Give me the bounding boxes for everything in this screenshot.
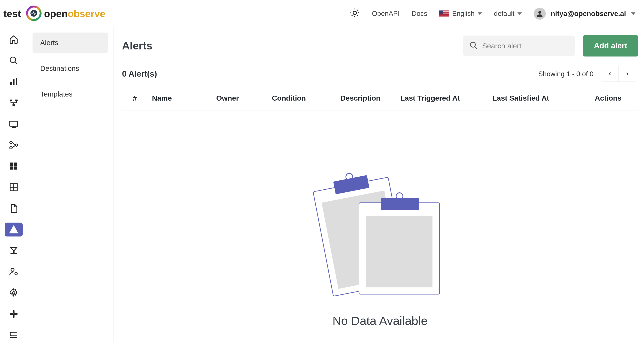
svg-rect-9 — [10, 100, 12, 101]
svg-rect-6 — [10, 82, 12, 86]
svg-rect-29 — [14, 313, 17, 314]
svg-rect-19 — [14, 166, 17, 170]
header-left: test — [4, 6, 105, 22]
svg-point-4 — [10, 57, 16, 63]
nav-dashboards[interactable] — [5, 159, 23, 173]
sidebar-item-destinations[interactable]: Destinations — [32, 58, 108, 79]
chevron-down-icon — [478, 12, 482, 15]
svg-point-2 — [353, 11, 356, 14]
svg-rect-12 — [10, 121, 18, 126]
sidebar-item-alerts[interactable]: Alerts — [32, 32, 108, 53]
nav-functions[interactable] — [5, 244, 23, 258]
svg-rect-26 — [13, 310, 14, 314]
logo-text: openobserve — [44, 8, 105, 20]
nav-alerts[interactable] — [5, 222, 23, 236]
col-actions: Actions — [578, 86, 638, 110]
alert-count: 0 Alert(s) — [122, 69, 157, 78]
logo[interactable]: openobserve — [26, 6, 105, 22]
page-title: Alerts — [122, 40, 152, 52]
add-alert-button[interactable]: Add alert — [583, 35, 638, 56]
empty-message: No Data Available — [332, 314, 428, 328]
col-last-triggered: Last Triggered At — [396, 94, 488, 102]
workspace-selector[interactable]: default — [494, 10, 522, 18]
svg-point-34 — [10, 335, 11, 336]
svg-point-3 — [538, 11, 541, 14]
showing-label: Showing 1 - 0 of 0 — [538, 70, 594, 78]
svg-rect-17 — [14, 163, 17, 166]
search-input[interactable] — [482, 42, 569, 50]
subheader: 0 Alert(s) Showing 1 - 0 of 0 — [122, 66, 638, 82]
nav-slack[interactable] — [5, 307, 23, 321]
org-name: test — [4, 8, 21, 20]
nav-streams[interactable] — [5, 180, 23, 194]
table-header: # Name Owner Condition Description Last … — [122, 86, 638, 110]
svg-point-22 — [13, 232, 14, 232]
svg-point-35 — [10, 337, 11, 338]
main-content: Alerts Add alert 0 Alert(s) Showing 1 - … — [114, 28, 644, 342]
chevron-down-icon — [631, 12, 636, 15]
svg-rect-27 — [13, 314, 14, 318]
clipboard-icon — [318, 177, 442, 297]
svg-rect-10 — [15, 100, 18, 101]
svg-rect-8 — [16, 78, 17, 85]
empty-state: No Data Available — [122, 110, 638, 342]
avatar — [534, 8, 546, 20]
svg-point-36 — [470, 42, 475, 47]
svg-point-33 — [10, 332, 11, 333]
svg-point-23 — [11, 268, 14, 271]
svg-rect-11 — [12, 104, 15, 106]
search-icon — [469, 41, 478, 50]
openapi-label: OpenAPI — [372, 10, 400, 18]
nav-search[interactable] — [5, 54, 23, 68]
col-num: # — [122, 94, 148, 102]
theme-toggle[interactable] — [350, 8, 360, 20]
nav-metrics[interactable] — [5, 75, 23, 88]
user-menu[interactable]: nitya@openobserve.ai — [534, 8, 636, 20]
toolbar: Alerts Add alert — [122, 35, 638, 56]
svg-rect-28 — [10, 313, 13, 314]
nav-home[interactable] — [5, 32, 23, 46]
nav-pipelines[interactable] — [5, 138, 23, 152]
search-box[interactable] — [463, 36, 575, 56]
sub-sidebar: Alerts Destinations Templates — [28, 28, 114, 342]
nav-rail — [0, 28, 28, 342]
language-selector[interactable]: English — [439, 10, 482, 18]
col-description: Description — [336, 94, 396, 102]
svg-line-5 — [15, 62, 17, 64]
svg-point-24 — [15, 272, 17, 275]
svg-rect-16 — [10, 163, 13, 166]
nav-about[interactable] — [5, 328, 23, 342]
nav-iam[interactable] — [5, 265, 23, 279]
col-last-satisfied: Last Satisfied At — [488, 94, 578, 102]
pager — [601, 66, 636, 82]
workspace-label: default — [494, 10, 514, 18]
svg-point-15 — [15, 144, 18, 146]
svg-line-37 — [475, 46, 477, 48]
docs-label: Docs — [412, 10, 427, 18]
logo-icon — [26, 6, 42, 22]
top-header: test — [0, 0, 644, 28]
nav-traces[interactable] — [5, 96, 23, 110]
col-name: Name — [148, 94, 212, 102]
flag-icon — [439, 10, 449, 17]
col-condition: Condition — [268, 94, 336, 102]
svg-point-14 — [10, 146, 12, 149]
svg-point-25 — [12, 292, 15, 294]
nav-reports[interactable] — [5, 202, 23, 215]
header-right: OpenAPI Docs English default nitya@openo… — [350, 8, 636, 20]
nav-settings[interactable] — [5, 286, 23, 300]
svg-point-13 — [10, 141, 12, 144]
sidebar-item-templates[interactable]: Templates — [32, 84, 108, 104]
pager-prev[interactable] — [602, 66, 618, 82]
nav-rum[interactable] — [5, 117, 23, 131]
sun-icon — [350, 8, 360, 20]
chevron-down-icon — [518, 12, 522, 15]
openapi-link[interactable]: OpenAPI — [372, 10, 400, 18]
pager-next[interactable] — [618, 66, 636, 82]
user-email: nitya@openobserve.ai — [551, 10, 626, 18]
language-label: English — [452, 10, 475, 18]
svg-rect-7 — [13, 80, 14, 86]
docs-link[interactable]: Docs — [412, 10, 427, 18]
svg-rect-18 — [10, 166, 13, 170]
col-owner: Owner — [212, 94, 268, 102]
